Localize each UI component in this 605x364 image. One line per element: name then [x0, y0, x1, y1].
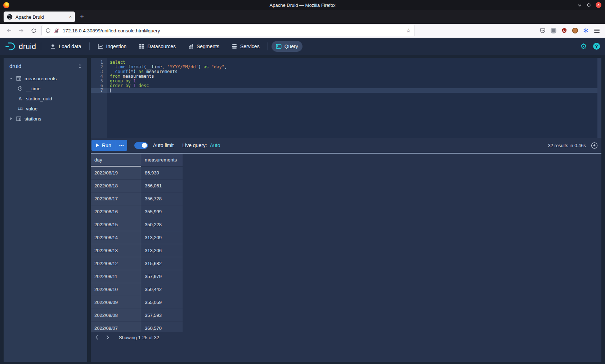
cell-measurements[interactable]: 356,728 — [141, 192, 183, 205]
cell-measurements[interactable]: 355,059 — [141, 296, 183, 309]
tree-item-stations[interactable]: stations — [4, 114, 87, 124]
services-icon — [232, 44, 237, 49]
cell-measurements[interactable]: 315,682 — [141, 257, 183, 270]
text-caret — [110, 88, 111, 92]
nav-item-label: Datasources — [147, 44, 176, 49]
cell-measurements[interactable]: 313,206 — [141, 244, 183, 257]
segments-icon — [188, 44, 194, 49]
cell-day[interactable]: 2022/08/14 — [91, 231, 141, 244]
number-type-icon: 123 — [17, 107, 23, 110]
table-row: 2022/08/12315,682 — [91, 257, 601, 270]
cell-day[interactable]: 2022/08/09 — [91, 296, 141, 309]
nav-item-label: Services — [240, 44, 260, 49]
column-header-day[interactable]: day — [91, 154, 141, 167]
cell-measurements[interactable]: 350,442 — [141, 283, 183, 296]
string-type-icon: A — [17, 96, 23, 101]
live-query-value[interactable]: Auto — [210, 142, 220, 148]
cell-day[interactable]: 2022/08/10 — [91, 283, 141, 296]
run-button[interactable]: Run — [91, 140, 116, 151]
firefox-window: Apache Druid — Mozilla Firefox × Apache … — [0, 0, 605, 364]
new-tab-button[interactable]: + — [80, 13, 84, 21]
nav-item-segments[interactable]: Segments — [184, 41, 224, 52]
url-text[interactable]: 172.18.0.4:30899/unified-console.html#qu… — [63, 28, 403, 33]
tree-item-label: station_uuid — [26, 96, 52, 101]
window-close-button[interactable]: × — [596, 2, 601, 8]
prev-page-button[interactable] — [92, 333, 102, 342]
nav-item-query[interactable]: Query — [272, 41, 302, 52]
bookmark-star-icon[interactable]: ☆ — [406, 27, 411, 34]
insecure-lock-icon[interactable] — [54, 28, 59, 33]
table-icon — [16, 76, 22, 81]
download-icon[interactable] — [591, 142, 598, 149]
cell-measurements[interactable]: 86,930 — [141, 167, 183, 179]
run-more-button[interactable]: ••• — [116, 140, 127, 151]
cell-measurements[interactable]: 360,570 — [141, 322, 183, 332]
help-icon[interactable]: ? — [593, 43, 600, 50]
cell-day[interactable]: 2022/08/12 — [91, 257, 141, 270]
cell-measurements[interactable]: 355,999 — [141, 205, 183, 218]
ublock-origin-icon[interactable] — [560, 26, 569, 35]
tree-item-value[interactable]: 123 value — [4, 104, 87, 114]
nav-item-datasources[interactable]: Datasources — [134, 41, 180, 52]
gutter-line-number: 4 — [91, 74, 107, 79]
browser-tab-apache-druid[interactable]: Apache Druid × — [4, 12, 75, 22]
tab-close-icon[interactable]: × — [69, 14, 72, 19]
results-body: 2022/08/1986,9302022/08/18356,0612022/08… — [91, 167, 601, 332]
window-titlebar: Apache Druid — Mozilla Firefox × — [0, 0, 605, 10]
forward-button[interactable] — [16, 25, 27, 36]
window-minimize-button[interactable] — [577, 3, 582, 8]
auto-limit-label: Auto limit — [153, 142, 174, 148]
sql-editor[interactable]: 1234567 select time_format(__time, 'YYYY… — [91, 58, 601, 138]
cell-day[interactable]: 2022/08/08 — [91, 309, 141, 322]
next-page-button[interactable] — [103, 333, 112, 342]
menu-button[interactable] — [592, 26, 601, 35]
cell-day[interactable]: 2022/08/17 — [91, 192, 141, 205]
gutter-line-number: 1 — [91, 60, 107, 65]
code-line — [110, 88, 601, 93]
extension-icon-1[interactable] — [549, 26, 558, 35]
pocket-icon[interactable] — [538, 26, 547, 35]
druid-logo[interactable]: druid — [5, 42, 36, 51]
console-content: druid measurements __time — [0, 55, 605, 364]
window-maximize-button[interactable] — [587, 4, 590, 6]
settings-gear-icon[interactable]: ⚙ — [580, 42, 587, 50]
nav-item-label: Load data — [59, 44, 81, 49]
cell-day[interactable]: 2022/08/16 — [91, 205, 141, 218]
table-row: 2022/08/17356,728 — [91, 192, 601, 205]
table-row: 2022/08/10350,442 — [91, 283, 601, 296]
back-button[interactable] — [4, 25, 14, 36]
nav-item-load-data[interactable]: Load data — [46, 41, 85, 52]
cell-day[interactable]: 2022/08/18 — [91, 179, 141, 192]
tracking-shield-icon[interactable] — [45, 28, 51, 33]
tree-item-station-uuid[interactable]: A station_uuid — [4, 94, 87, 104]
reload-button[interactable] — [28, 25, 39, 36]
chevron-down-icon[interactable] — [9, 77, 13, 80]
cell-day[interactable]: 2022/08/07 — [91, 322, 141, 332]
cell-day[interactable]: 2022/08/11 — [91, 270, 141, 283]
cell-measurements[interactable]: 356,061 — [141, 179, 183, 192]
table-row: 2022/08/09355,059 — [91, 296, 601, 309]
url-bar[interactable]: 172.18.0.4:30899/unified-console.html#qu… — [42, 25, 414, 36]
double-caret-icon[interactable] — [78, 64, 82, 69]
table-row: 2022/08/16355,999 — [91, 205, 601, 218]
tree-item-time[interactable]: __time — [4, 83, 87, 94]
nav-item-ingestion[interactable]: Ingestion — [93, 41, 131, 52]
cell-measurements[interactable]: 350,228 — [141, 218, 183, 231]
extension-flower-icon[interactable] — [581, 26, 591, 35]
chevron-right-icon[interactable] — [9, 117, 13, 120]
cell-measurements[interactable]: 313,209 — [141, 231, 183, 244]
tree-item-measurements[interactable]: measurements — [4, 73, 87, 83]
cell-day[interactable]: 2022/08/15 — [91, 218, 141, 231]
extension-icon-2[interactable] — [570, 26, 580, 35]
cell-day[interactable]: 2022/08/13 — [91, 244, 141, 257]
cell-measurements[interactable]: 357,979 — [141, 270, 183, 283]
cell-day[interactable]: 2022/08/19 — [91, 167, 141, 179]
nav-item-services[interactable]: Services — [227, 41, 264, 52]
gutter-line-number: 6 — [91, 83, 107, 88]
schema-row[interactable]: druid — [4, 63, 87, 73]
column-header-measurements[interactable]: measurements — [141, 154, 183, 167]
play-icon — [96, 144, 99, 147]
results-info: 32 results in 0.46s — [548, 143, 586, 148]
auto-limit-toggle[interactable] — [134, 142, 148, 149]
cell-measurements[interactable]: 357,593 — [141, 309, 183, 322]
